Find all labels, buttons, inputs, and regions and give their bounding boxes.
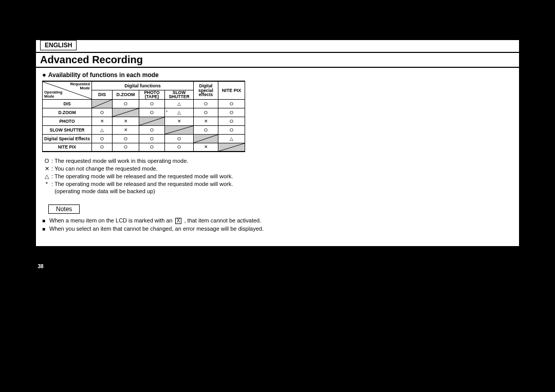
bullet-icon: ●	[42, 71, 46, 79]
table-row: NITE PIX O O O O ✕	[43, 143, 245, 152]
table-row: PHOTO ✕ ✕ ✕ ✕ O	[43, 117, 245, 125]
col-dis: DIS	[92, 90, 113, 99]
table-row: D.ZOOM O O *△ O O	[43, 108, 245, 117]
self-cell	[113, 108, 139, 117]
svg-line-6	[218, 143, 245, 152]
col-photo: PHOTO(TAPE)	[139, 90, 165, 99]
col-group-digital: Digital functions	[92, 81, 194, 90]
col-nitepix: NITE PIX	[218, 81, 245, 99]
availability-table: RequestedMode OperatingMode Digital func…	[42, 81, 245, 152]
table-row: Digital Special Effects O O O O △	[43, 134, 245, 143]
square-bullet-icon: ■	[42, 217, 49, 225]
svg-line-3	[139, 117, 164, 125]
table-row: DIS O O △ O O	[43, 99, 245, 108]
self-cell	[194, 134, 218, 143]
page-number: 38	[34, 259, 47, 273]
self-cell	[165, 125, 194, 134]
self-cell	[218, 143, 245, 152]
notes-label: Notes	[48, 204, 80, 214]
svg-line-2	[113, 108, 139, 117]
legend: O: The requested mode will work in this …	[42, 157, 519, 195]
x-mark-icon: X	[175, 218, 182, 224]
svg-line-1	[92, 100, 112, 108]
table-row: SLOW SHUTTER △ ✕ O O O	[43, 125, 245, 134]
diag-bottom-left: OperatingMode	[44, 90, 62, 99]
diag-top-right: RequestedMode	[70, 82, 90, 90]
col-dse: Digitalspecialeffects	[194, 81, 218, 99]
manual-page: ENGLISH Advanced Recording ●Availability…	[36, 40, 519, 246]
notes-list: ■ When a menu item on the LCD is marked …	[42, 217, 519, 233]
self-cell	[92, 99, 113, 108]
section-heading: ●Availability of functions in each mode	[36, 68, 519, 81]
col-dzoom: D.ZOOM	[113, 90, 139, 99]
col-slow: SLOWSHUTTER	[165, 90, 194, 99]
page-number-badge: 38	[34, 259, 47, 273]
page-title: Advanced Recording	[36, 52, 519, 68]
diag-header: RequestedMode OperatingMode	[43, 81, 92, 99]
svg-line-5	[194, 135, 218, 143]
square-bullet-icon: ■	[42, 225, 49, 233]
svg-line-4	[165, 126, 193, 134]
language-tag: ENGLISH	[40, 40, 77, 50]
section-heading-text: Availability of functions in each mode	[48, 71, 159, 79]
self-cell	[139, 117, 165, 125]
